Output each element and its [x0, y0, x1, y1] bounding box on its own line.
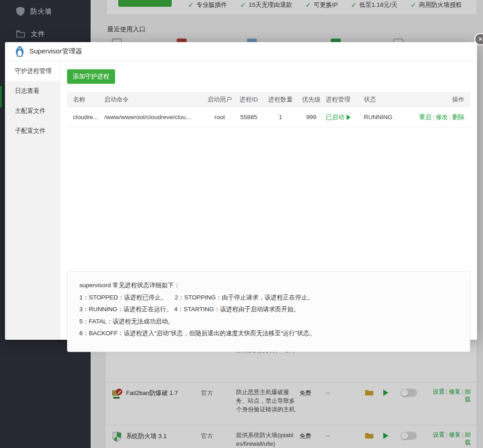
- col-header-name: 名称: [67, 96, 104, 104]
- started-toggle[interactable]: 已启动: [326, 113, 351, 121]
- col-header-command: 启动命令: [104, 96, 206, 104]
- help-line: supervisord 常见进程状态详细如下：: [79, 279, 458, 292]
- process-status: RUNNING: [364, 114, 407, 120]
- modal-body: 守护进程管理 日志查看 主配置文件 子配置文件 添加守护进程 名称 启动命令 启…: [5, 61, 477, 339]
- nav-item-sub-config[interactable]: 子配置文件: [5, 121, 60, 141]
- delete-link[interactable]: 删除: [452, 114, 464, 120]
- help-line: 5：FATAL：该进程无法成功启动。: [79, 316, 458, 328]
- modify-link[interactable]: 修改: [435, 114, 448, 120]
- modal-nav: 守护进程管理 日志查看 主配置文件 子配置文件: [5, 61, 60, 339]
- process-count: 1: [264, 114, 297, 120]
- col-header-priority: 优先级: [297, 96, 326, 104]
- restart-link[interactable]: 重启: [419, 114, 431, 120]
- help-line: 6：BACKOFF：该进程进入“启动”状态，但随后退出的速度太快而无法移至“运行…: [79, 328, 458, 340]
- supervisor-modal: ✕ Supervisor管理器 守护进程管理 日志查看 主配置文件 子配置文件 …: [5, 42, 477, 340]
- col-header-manage: 进程管理: [326, 96, 364, 104]
- process-name: cloudre...: [67, 114, 104, 120]
- col-header-status: 状态: [364, 96, 407, 104]
- process-table: 名称 启动命令 启动用户 进程ID 进程数量 优先级 进程管理 状态 操作 cl…: [67, 92, 470, 127]
- col-header-pid: 进程ID: [233, 96, 264, 104]
- process-command: /www/wwwroot/cloudreve/clou...: [104, 114, 206, 120]
- process-actions: 重启|修改|删除: [407, 113, 470, 121]
- separator: |: [449, 114, 451, 120]
- play-icon: [347, 115, 351, 120]
- separator: |: [433, 114, 435, 120]
- started-label: 已启动: [326, 113, 344, 121]
- table-row: cloudre... /www/wwwroot/cloudreve/clou..…: [67, 107, 470, 127]
- add-daemon-button[interactable]: 添加守护进程: [67, 69, 115, 84]
- process-pid: 55885: [233, 114, 264, 120]
- tux-penguin-icon: [14, 46, 25, 58]
- help-line: 3：RUNNING：该进程正在运行。 4：STARTING：该进程由于启动请求而…: [79, 303, 458, 316]
- process-manage-cell: 已启动: [326, 113, 364, 121]
- process-user: root: [206, 114, 233, 120]
- table-header-row: 名称 启动命令 启动用户 进程ID 进程数量 优先级 进程管理 状态 操作: [67, 92, 470, 107]
- col-header-count: 进程数量: [264, 96, 297, 104]
- help-line: 1：STOPPED：该进程已停止。 2：STOPPING：由于停止请求，该进程正…: [79, 292, 458, 304]
- status-help-box: supervisord 常见进程状态详细如下： 1：STOPPED：该进程已停止…: [67, 271, 470, 352]
- col-header-actions: 操作: [407, 96, 470, 104]
- col-header-user: 启动用户: [206, 96, 233, 104]
- modal-header: Supervisor管理器: [5, 42, 477, 61]
- modal-main: 添加守护进程 名称 启动命令 启动用户 进程ID 进程数量 优先级 进程管理 状…: [60, 61, 477, 339]
- nav-item-log-view[interactable]: 日志查看: [5, 81, 60, 101]
- process-priority: 999: [297, 114, 326, 120]
- nav-item-daemon-management[interactable]: 守护进程管理: [5, 61, 60, 81]
- modal-title: Supervisor管理器: [29, 47, 82, 56]
- nav-item-main-config[interactable]: 主配置文件: [5, 101, 60, 121]
